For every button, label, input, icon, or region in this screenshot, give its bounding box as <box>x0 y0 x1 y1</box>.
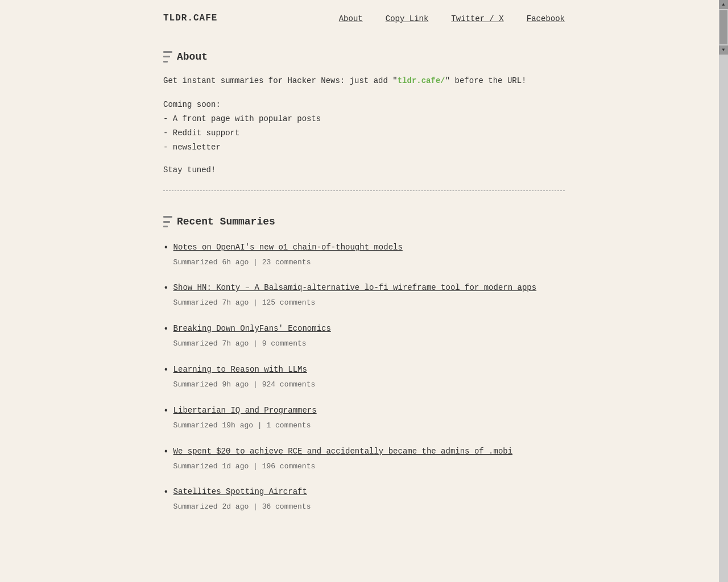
recent-icon <box>163 216 172 227</box>
about-section: About Get instant summaries for Hacker N… <box>163 49 565 177</box>
nav: About Copy Link Twitter / X Facebook <box>339 13 565 25</box>
list-item: • We spent $20 to achieve RCE and accide… <box>163 446 565 473</box>
post-meta: Summarized 7h ago | 125 comments <box>173 298 316 307</box>
post-meta: Summarized 1d ago | 196 comments <box>173 462 316 471</box>
coming-soon-heading: Coming soon: <box>163 98 565 112</box>
post-meta: Summarized 7h ago | 9 comments <box>173 339 307 348</box>
divider <box>163 190 565 191</box>
nav-about[interactable]: About <box>339 13 363 25</box>
list-item: • Breaking Down OnlyFans' Economics Summ… <box>163 323 565 350</box>
post-content: Libertarian IQ and Programmers Summarize… <box>173 405 565 432</box>
about-header: About <box>163 49 565 65</box>
about-icon <box>163 51 172 63</box>
post-title[interactable]: Show HN: Konty – A Balsamiq-alternative … <box>173 282 565 294</box>
about-intro: Get instant summaries for Hacker News: j… <box>163 74 565 88</box>
list-item: • Learning to Reason with LLMs Summarize… <box>163 364 565 391</box>
recent-heading: Recent Summaries <box>177 214 275 230</box>
scrollbar[interactable]: ▲ ▼ <box>719 0 728 538</box>
post-content: Breaking Down OnlyFans' Economics Summar… <box>173 323 565 350</box>
list-item: • Satellites Spotting Aircraft Summarize… <box>163 486 565 513</box>
bullet: • <box>163 486 169 498</box>
recent-header: Recent Summaries <box>163 214 565 230</box>
post-title[interactable]: Breaking Down OnlyFans' Economics <box>173 323 565 335</box>
scroll-up-arrow[interactable]: ▲ <box>719 0 728 9</box>
post-meta: Summarized 2d ago | 36 comments <box>173 502 311 511</box>
bullet: • <box>163 364 169 376</box>
post-meta: Summarized 6h ago | 23 comments <box>173 258 311 267</box>
post-title[interactable]: Learning to Reason with LLMs <box>173 364 565 376</box>
coming-soon: Coming soon: - A front page with popular… <box>163 98 565 155</box>
tldr-link[interactable]: tldr.cafe/ <box>398 76 445 85</box>
bullet: • <box>163 405 169 417</box>
header: TLDR.CAFE About Copy Link Twitter / X Fa… <box>0 0 728 38</box>
nav-facebook[interactable]: Facebook <box>527 13 565 25</box>
site-logo[interactable]: TLDR.CAFE <box>163 11 217 26</box>
post-meta: Summarized 19h ago | 1 comments <box>173 421 311 430</box>
post-content: Show HN: Konty – A Balsamiq-alternative … <box>173 282 565 309</box>
post-title[interactable]: Satellites Spotting Aircraft <box>173 486 565 498</box>
about-heading: About <box>177 49 208 65</box>
stay-tuned: Stay tuned! <box>163 164 565 176</box>
post-title[interactable]: Notes on OpenAI's new o1 chain-of-though… <box>173 242 565 253</box>
coming-soon-item-3: - newsletter <box>163 140 565 155</box>
coming-soon-item-2: - Reddit support <box>163 126 565 140</box>
main-content: About Get instant summaries for Hacker N… <box>0 38 728 539</box>
bullet: • <box>163 323 169 335</box>
list-item: • Show HN: Konty – A Balsamiq-alternativ… <box>163 282 565 309</box>
nav-copy-link[interactable]: Copy Link <box>386 13 429 25</box>
nav-twitter[interactable]: Twitter / X <box>451 13 503 25</box>
list-item: • Libertarian IQ and Programmers Summari… <box>163 405 565 432</box>
post-title[interactable]: We spent $20 to achieve RCE and accident… <box>173 446 565 458</box>
bullet: • <box>163 282 169 294</box>
recent-section: Recent Summaries • Notes on OpenAI's new… <box>163 214 565 513</box>
posts-list: • Notes on OpenAI's new o1 chain-of-thou… <box>163 242 565 514</box>
bullet: • <box>163 446 169 458</box>
list-item: • Notes on OpenAI's new o1 chain-of-thou… <box>163 242 565 269</box>
post-title[interactable]: Libertarian IQ and Programmers <box>173 405 565 417</box>
bullet: • <box>163 242 169 254</box>
post-content: We spent $20 to achieve RCE and accident… <box>173 446 565 473</box>
scroll-thumb[interactable] <box>719 10 727 44</box>
post-content: Notes on OpenAI's new o1 chain-of-though… <box>173 242 565 269</box>
post-meta: Summarized 9h ago | 924 comments <box>173 380 316 389</box>
post-content: Satellites Spotting Aircraft Summarized … <box>173 486 565 513</box>
post-content: Learning to Reason with LLMs Summarized … <box>173 364 565 391</box>
coming-soon-item-1: - A front page with popular posts <box>163 112 565 126</box>
scroll-down-arrow[interactable]: ▼ <box>719 45 728 55</box>
